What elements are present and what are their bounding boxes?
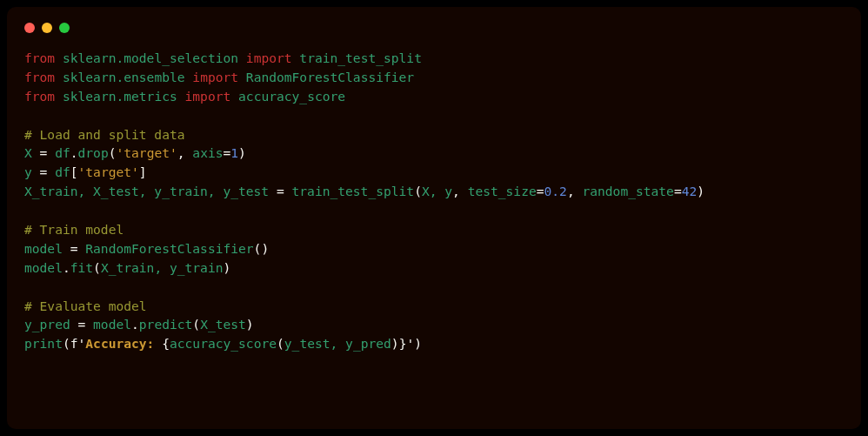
code-line: X_train, X_test, y_train, y_test = train… [24,184,704,198]
variable: model [24,241,63,256]
comma: , [452,184,468,198]
string: Accuracy: [85,336,162,351]
code-line: model = RandomForestClassifier() [24,241,269,256]
operator: . [131,317,139,332]
args: X_train, y_train [101,260,224,275]
quote: ' [78,336,86,351]
paren: ) [414,336,422,351]
import-name: RandomForestClassifier [246,70,414,84]
paren: ( [93,260,101,275]
args: X, y [422,184,452,198]
keyword-import: import [246,50,292,65]
args: X_test [200,317,246,332]
variable: X [24,145,32,160]
window-controls [24,23,844,33]
comma: , [567,184,583,198]
operator: . [70,145,78,160]
method: predict [139,317,193,332]
code-line: X = df.drop('target', axis=1) [24,145,246,160]
operator: . [63,260,70,275]
param: random_state [582,184,673,198]
operator: = [269,184,291,198]
paren: ) [246,317,254,332]
comment: # Train model [24,222,124,237]
code-line: y_pred = model.predict(X_test) [24,317,254,332]
function: train_test_split [292,184,415,198]
minimize-icon[interactable] [42,23,52,33]
code-line: model.fit(X_train, y_train) [24,260,230,275]
paren: ) [261,241,269,256]
number: 0.2 [544,184,567,198]
function: accuracy_score [170,336,277,351]
paren: ) [697,184,704,198]
paren: ( [63,336,70,351]
code-block: from sklearn.model_selection import trai… [24,49,844,353]
class: RandomForestClassifier [85,241,253,256]
operator: = [674,184,682,198]
string: 'target' [116,145,177,160]
module-name: sklearn.metrics [63,89,177,104]
variable: df [55,164,70,179]
keyword-import: import [185,89,231,104]
param: test_size [468,184,537,198]
quote: ' [406,336,414,351]
bracket: [ [70,164,78,179]
close-icon[interactable] [24,23,35,33]
method: fit [70,260,93,275]
keyword-from: from [24,70,55,84]
operator: = [224,145,231,160]
variable: y_pred [24,317,70,332]
string: 'target' [78,164,139,179]
paren: ( [414,184,422,198]
keyword-from: from [24,89,55,104]
module-name: sklearn.model_selection [63,50,238,65]
operator: = [32,164,55,179]
code-line: from sklearn.metrics import accuracy_sco… [24,89,345,104]
paren: ) [223,260,230,275]
number: 1 [230,145,238,160]
code-line: # Train model [24,222,124,237]
paren: ( [277,336,284,351]
module-name: sklearn.ensemble [63,70,185,84]
operator: = [32,145,55,160]
variable: model [24,260,63,275]
code-line: from sklearn.model_selection import trai… [24,50,422,65]
import-name: accuracy_score [238,89,345,104]
variable: y [24,164,32,179]
operator: = [63,241,85,256]
code-line: from sklearn.ensemble import RandomFores… [24,70,414,84]
paren: ( [192,317,200,332]
terminal-window: from sklearn.model_selection import trai… [7,7,861,429]
import-name: train_test_split [299,50,422,65]
param: axis [192,145,223,160]
bracket: ] [139,164,147,179]
builtin: print [24,336,63,351]
number: 42 [682,184,698,198]
operator: = [70,317,93,332]
args: y_test, y_pred [284,336,391,351]
maximize-icon[interactable] [59,23,70,33]
paren: ) [391,336,399,351]
method: drop [78,145,109,160]
comma: , [177,145,193,160]
code-line: # Evaluate model [24,298,147,313]
fstring-prefix: f [70,336,78,351]
keyword-import: import [192,70,238,84]
variable: model [93,317,131,332]
code-line: # Load and split data [24,127,185,142]
code-line: print(f'Accuracy: {accuracy_score(y_test… [24,336,422,351]
brace: { [162,336,170,351]
comment: # Evaluate model [24,298,147,313]
paren: ) [238,145,246,160]
operator: = [537,184,544,198]
variable: df [55,145,70,160]
comment: # Load and split data [24,127,185,142]
keyword-from: from [24,50,55,65]
code-line: y = df['target'] [24,164,147,179]
variable: X_train, X_test, y_train, y_test [24,184,269,198]
